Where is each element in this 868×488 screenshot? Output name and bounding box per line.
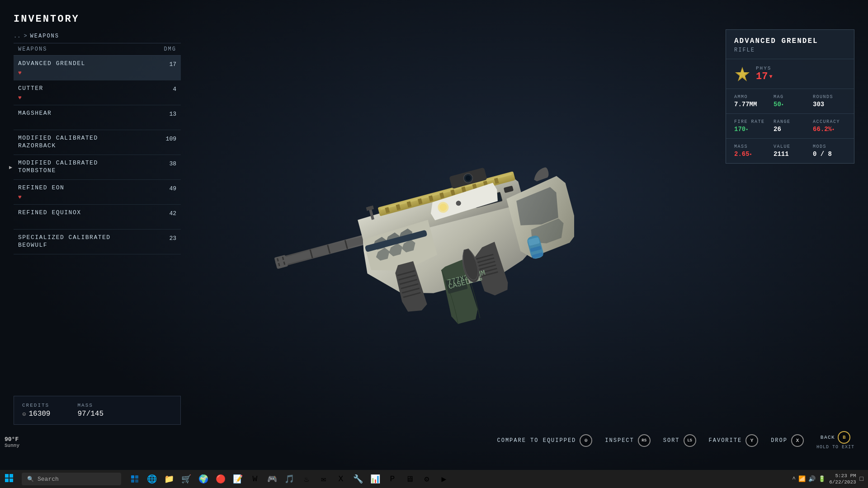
battery-icon[interactable]: 🔋 — [818, 475, 826, 483]
weapon-item-tombstone[interactable]: ▶ MODIFIED CALIBRATEDTOMBSTONE 38 — [14, 155, 181, 180]
weapons-list-header: WEAPONS DMG — [14, 43, 181, 56]
weapon-favorite-0: ♥ — [18, 70, 85, 76]
mass-section: MASS 97/145 — [77, 403, 104, 418]
weapon-name-3: MODIFIED CALIBRATEDRAZORBACK — [18, 135, 98, 150]
taskbar-app-edge[interactable]: 🌐 — [144, 470, 160, 488]
weapon-item-magshear[interactable]: MAGSHEAR 13 — [14, 105, 181, 130]
weapon-name-4: MODIFIED CALIBRATEDTOMBSTONE — [18, 160, 98, 175]
network-icon[interactable]: 📶 — [798, 475, 806, 483]
taskbar-app-steam[interactable]: ♨ — [298, 470, 315, 488]
action-inspect-btn: RS — [638, 434, 651, 447]
action-drop[interactable]: DROP X — [771, 434, 804, 447]
taskbar-app-notes[interactable]: 📝 — [230, 470, 246, 488]
breadcrumb-back[interactable]: .. — [14, 33, 21, 39]
action-compare-btn: ⊙ — [580, 434, 592, 447]
weather-widget: 90°F Sunny — [5, 436, 19, 448]
action-favorite-label: FAVORITE — [709, 437, 742, 444]
taskbar-app-chrome[interactable]: 🌍 — [195, 470, 212, 488]
action-back-label: BACK — [821, 435, 835, 440]
taskbar-app-app2[interactable]: 📊 — [367, 470, 383, 488]
weapon-item-razorback[interactable]: MODIFIED CALIBRATEDRAZORBACK 109 — [14, 130, 181, 155]
weapon-item-cutter[interactable]: CUTTER ♥ 4 — [14, 80, 181, 105]
weapon-name-5: REFINED EON — [18, 184, 64, 192]
arrow-indicator: ▶ — [9, 164, 12, 171]
taskbar-search-text: Search — [38, 476, 59, 483]
taskbar-apps: 🌐 📁 🛒 🌍 🔴 📝 W 🎮 🎵 ♨ ✉ X 🔧 📊 P 🖥 ⚙ ▶ — [127, 470, 452, 488]
taskbar-clock[interactable]: 5:23 PM 6/22/2023 — [829, 473, 856, 486]
weapon-name-6: REFINED EQUINOX — [18, 209, 81, 217]
taskbar-app-chrome2[interactable]: 🔴 — [212, 470, 229, 488]
stat-range-label: RANGE — [774, 119, 807, 124]
weapon-name-1: CUTTER — [18, 85, 43, 93]
svg-rect-72 — [9, 474, 13, 478]
taskbar-system-icons: ^ 📶 🔊 🔋 — [792, 475, 826, 483]
svg-rect-74 — [9, 479, 13, 482]
stat-mag-label: MAG — [774, 94, 807, 99]
damage-info: PHYS 17 ▼ — [756, 66, 773, 82]
taskbar-app-app3[interactable]: 🖥 — [401, 470, 418, 488]
action-back[interactable]: BACK B HOLD TO EXIT — [816, 431, 854, 450]
action-sort-label: SORT — [663, 437, 680, 444]
taskbar-app-app1[interactable]: 🔧 — [350, 470, 366, 488]
weapons-list-dmg-header: DMG — [164, 46, 176, 52]
svg-rect-76 — [135, 475, 138, 479]
weapon-dmg-5: 49 — [169, 184, 176, 192]
damage-number: 17 — [756, 71, 768, 82]
action-bar: COMPARE TO EQUIPPED ⊙ INSPECT RS SORT LS… — [181, 431, 854, 450]
action-back-btn: B — [838, 431, 850, 444]
weapon-dmg-7: 23 — [169, 234, 176, 242]
action-drop-btn: X — [791, 434, 804, 447]
taskbar-app-app5[interactable]: ▶ — [436, 470, 452, 488]
weapon-dmg-2: 13 — [169, 110, 176, 117]
action-sort-btn: LS — [684, 434, 696, 447]
stat-accuracy-label: ACCURACY — [813, 119, 846, 124]
stat-ammo-label: AMMO — [734, 94, 767, 99]
notification-icon[interactable]: □ — [860, 475, 863, 483]
taskbar-date-value: 6/22/2023 — [829, 479, 856, 485]
taskbar-app-excel[interactable]: X — [333, 470, 349, 488]
weather-condition: Sunny — [5, 443, 19, 448]
stat-fire-rate-value: 170• — [734, 126, 767, 133]
stat-value: VALUE 2111 — [774, 144, 807, 158]
action-inspect[interactable]: INSPECT RS — [605, 434, 650, 447]
taskbar-app-app4[interactable]: ⚙ — [419, 470, 435, 488]
taskbar-app-game1[interactable]: 🎮 — [264, 470, 280, 488]
svg-rect-73 — [5, 479, 9, 482]
svg-rect-78 — [135, 479, 138, 483]
stat-mass-label: MASS — [734, 144, 767, 149]
taskbar-app-powerpoint[interactable]: P — [384, 470, 401, 488]
weapon-display: 777X27 MM CASELESS — [249, 117, 574, 343]
weapon-item-beowulf[interactable]: SPECIALIZED CALIBRATEDBEOWULF 23 — [14, 230, 181, 254]
damage-star-icon — [734, 66, 750, 82]
weapon-item-refined-equinox[interactable]: REFINED EQUINOX 42 — [14, 205, 181, 230]
mass-label: MASS — [77, 403, 104, 408]
action-back-sublabel: HOLD TO EXIT — [816, 445, 854, 450]
breadcrumb: .. > WEAPONS — [14, 33, 181, 39]
taskbar-app-mail[interactable]: ✉ — [316, 470, 332, 488]
svg-rect-75 — [131, 475, 134, 479]
taskbar-app-spotify[interactable]: 🎵 — [281, 470, 297, 488]
credits-panel: CREDITS ⊙ 16309 MASS 97/145 — [14, 396, 181, 425]
action-compare[interactable]: COMPARE TO EQUIPPED ⊙ — [497, 434, 593, 447]
action-favorite[interactable]: FAVORITE Y — [709, 434, 759, 447]
taskbar-app-word[interactable]: W — [247, 470, 263, 488]
weapon-item-refined-eon[interactable]: REFINED EON ♥ 49 — [14, 180, 181, 205]
weapon-item-advanced-grendel[interactable]: ADVANCED GRENDEL ♥ 17 — [14, 56, 181, 80]
action-inspect-label: INSPECT — [605, 437, 634, 444]
stat-rounds: ROUNDS 303 — [813, 94, 846, 108]
sound-icon[interactable]: 🔊 — [808, 475, 816, 483]
chevron-icon[interactable]: ^ — [792, 476, 796, 483]
weapon-favorite-1: ♥ — [18, 94, 43, 101]
stat-value-label: VALUE — [774, 144, 807, 149]
action-sort[interactable]: SORT LS — [663, 434, 696, 447]
taskbar-search-bar[interactable]: 🔍 Search — [22, 473, 121, 485]
taskbar-app-widget[interactable] — [127, 470, 143, 488]
stat-accuracy-value: 66.2%• — [813, 126, 846, 133]
main-content: INVENTORY .. > WEAPONS WEAPONS DMG ADVAN… — [0, 0, 868, 470]
weapon-name-0: ADVANCED GRENDEL — [18, 60, 85, 68]
taskbar-time-value: 5:23 PM — [835, 473, 856, 479]
weapon-dmg-4: 38 — [169, 160, 176, 167]
taskbar-app-explorer[interactable]: 📁 — [161, 470, 177, 488]
taskbar-app-store[interactable]: 🛒 — [178, 470, 194, 488]
taskbar-start-button[interactable] — [0, 470, 18, 488]
